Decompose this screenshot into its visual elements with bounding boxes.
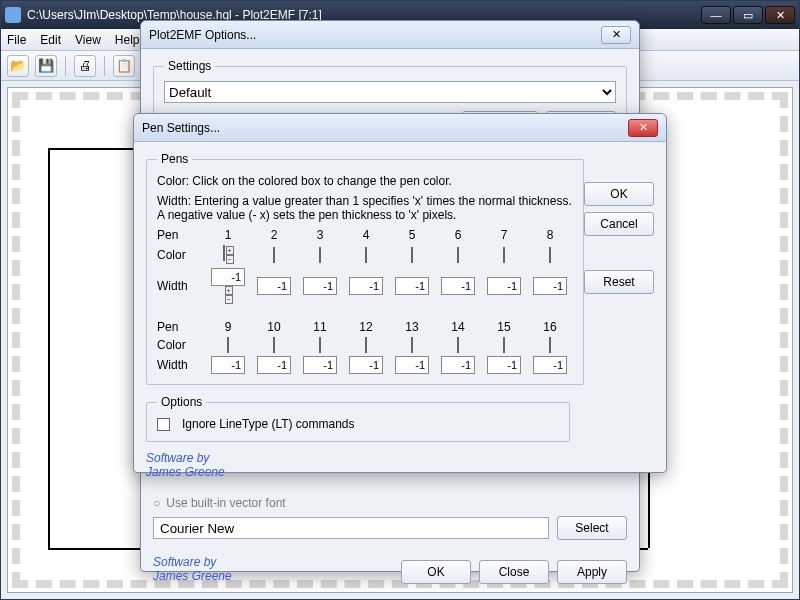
pen-width-input[interactable] xyxy=(487,356,521,374)
pen-number: 11 xyxy=(297,320,343,334)
pen-width-input[interactable] xyxy=(441,356,475,374)
options-ok-button[interactable]: OK xyxy=(401,560,471,584)
pen-color-swatch[interactable] xyxy=(365,247,367,263)
print-icon[interactable]: 🖨 xyxy=(74,55,96,77)
toolbar-separator xyxy=(104,56,105,76)
pen-color-swatch[interactable] xyxy=(411,247,413,263)
toolbar-separator xyxy=(65,56,66,76)
pen-width-input[interactable] xyxy=(487,277,521,295)
options-dialog-title-text: Plot2EMF Options... xyxy=(149,28,256,42)
pen-width-input[interactable] xyxy=(211,356,245,374)
pen-number: 8 xyxy=(527,228,573,242)
pen-dialog-title: Pen Settings... ✕ xyxy=(134,114,666,142)
pen-number: 1 xyxy=(205,228,251,242)
pen-width-input[interactable] xyxy=(441,277,475,295)
pen-settings-dialog: Pen Settings... ✕ OK Cancel Reset Pens C… xyxy=(133,113,667,473)
pen-number: 5 xyxy=(389,228,435,242)
pen-width-input[interactable] xyxy=(303,277,337,295)
ignore-lt-row[interactable]: Ignore LineType (LT) commands xyxy=(157,417,559,431)
pen-number: 4 xyxy=(343,228,389,242)
pen-width-input[interactable] xyxy=(303,356,337,374)
pen-color-swatch[interactable] xyxy=(223,245,225,261)
pen-number: 6 xyxy=(435,228,481,242)
copy-icon[interactable]: 📋 xyxy=(113,55,135,77)
pen-number: 12 xyxy=(343,320,389,334)
pen-reset-button[interactable]: Reset xyxy=(584,270,654,294)
pen-width-input[interactable] xyxy=(533,277,567,295)
pen-width-input[interactable] xyxy=(533,356,567,374)
pen-dialog-close-icon[interactable]: ✕ xyxy=(628,119,658,137)
pen-grid-b: Pen910111213141516ColorWidth xyxy=(157,320,573,374)
pen-color-swatch[interactable] xyxy=(227,337,229,353)
width-col-label: Width xyxy=(157,358,205,372)
pen-width-input[interactable] xyxy=(395,356,429,374)
pen-width-input[interactable] xyxy=(349,277,383,295)
pen-width-input[interactable] xyxy=(349,356,383,374)
credit: Software by James Greene xyxy=(146,452,570,480)
pen-col-label: Pen xyxy=(157,320,205,334)
pen-col-label: Pen xyxy=(157,228,205,242)
select-font-button[interactable]: Select xyxy=(557,516,627,540)
color-spinner[interactable]: +− xyxy=(226,246,234,264)
pen-color-swatch[interactable] xyxy=(365,337,367,353)
pen-grid-a: Pen12345678Color+−Width+− xyxy=(157,228,573,304)
pen-number: 13 xyxy=(389,320,435,334)
pen-color-swatch[interactable] xyxy=(273,247,275,263)
pens-group-label: Pens xyxy=(157,152,192,166)
pen-color-swatch[interactable] xyxy=(503,337,505,353)
pen-color-swatch[interactable] xyxy=(319,337,321,353)
font-name-field[interactable] xyxy=(153,517,549,539)
pen-width-input[interactable] xyxy=(257,277,291,295)
settings-group-label: Settings xyxy=(164,59,215,73)
credit: Software by James Greene xyxy=(153,556,232,584)
pen-color-swatch[interactable] xyxy=(503,247,505,263)
options-close-button[interactable]: Close xyxy=(479,560,549,584)
pen-color-swatch[interactable] xyxy=(457,337,459,353)
pen-number: 9 xyxy=(205,320,251,334)
save-icon[interactable]: 💾 xyxy=(35,55,57,77)
menu-file[interactable]: File xyxy=(7,33,26,47)
pen-number: 2 xyxy=(251,228,297,242)
pen-width-input[interactable] xyxy=(395,277,429,295)
pen-width-input[interactable] xyxy=(211,268,245,286)
pen-help-3: A negative value (- x) sets the pen thic… xyxy=(157,208,573,222)
options-dialog-title: Plot2EMF Options... ✕ xyxy=(141,21,639,49)
color-col-label: Color xyxy=(157,248,205,262)
options-apply-button[interactable]: Apply xyxy=(557,560,627,584)
pen-options-label: Options xyxy=(157,395,206,409)
close-button[interactable]: ✕ xyxy=(765,6,795,24)
menu-help[interactable]: Help xyxy=(115,33,140,47)
pen-ok-button[interactable]: OK xyxy=(584,182,654,206)
pen-number: 3 xyxy=(297,228,343,242)
pen-options-group: Options Ignore LineType (LT) commands xyxy=(146,395,570,442)
app-icon xyxy=(5,7,21,23)
pen-number: 10 xyxy=(251,320,297,334)
width-spinner[interactable]: +− xyxy=(225,286,233,304)
vector-font-label: Use built-in vector font xyxy=(166,496,285,510)
options-dialog-close-icon[interactable]: ✕ xyxy=(601,26,631,44)
open-icon[interactable]: 📂 xyxy=(7,55,29,77)
pen-color-swatch[interactable] xyxy=(411,337,413,353)
pen-dialog-title-text: Pen Settings... xyxy=(142,121,220,135)
pen-width-input[interactable] xyxy=(257,356,291,374)
pen-help-2: Width: Entering a value greater than 1 s… xyxy=(157,194,573,208)
pen-number: 14 xyxy=(435,320,481,334)
color-col-label: Color xyxy=(157,338,205,352)
minimize-button[interactable]: — xyxy=(701,6,731,24)
pen-color-swatch[interactable] xyxy=(273,337,275,353)
menu-edit[interactable]: Edit xyxy=(40,33,61,47)
maximize-button[interactable]: ▭ xyxy=(733,6,763,24)
pen-color-swatch[interactable] xyxy=(549,337,551,353)
pen-cancel-button[interactable]: Cancel xyxy=(584,212,654,236)
settings-select[interactable]: Default xyxy=(164,81,616,103)
ignore-lt-checkbox[interactable] xyxy=(157,418,170,431)
pen-number: 16 xyxy=(527,320,573,334)
menu-view[interactable]: View xyxy=(75,33,101,47)
width-col-label: Width xyxy=(157,279,205,293)
pen-number: 7 xyxy=(481,228,527,242)
pen-help-1: Color: Click on the colored box to chang… xyxy=(157,174,573,188)
pen-number: 15 xyxy=(481,320,527,334)
pen-color-swatch[interactable] xyxy=(549,247,551,263)
pen-color-swatch[interactable] xyxy=(319,247,321,263)
pen-color-swatch[interactable] xyxy=(457,247,459,263)
